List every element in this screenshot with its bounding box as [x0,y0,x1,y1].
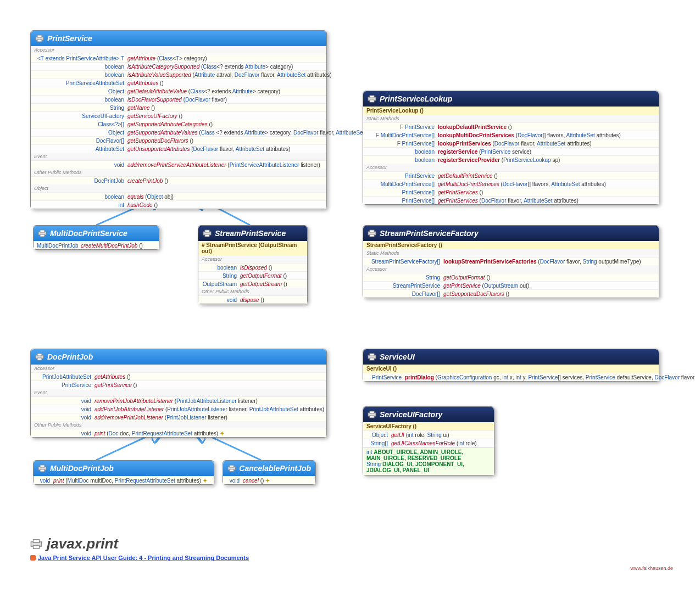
method-row[interactable]: DocPrintJob createPrintJob () [31,176,326,184]
method-row[interactable]: String getOutputFormat () [363,273,659,281]
method-row[interactable]: boolean equals (Object obj) [31,192,326,200]
class-title: ServiceUIFactory [380,410,442,419]
method-row[interactable]: PrintService[] getPrintServices (DocFlav… [363,196,659,204]
svg-rect-14 [370,234,374,237]
method-row[interactable]: PrintServiceAttributeSet getAttributes (… [31,79,326,87]
multidocprintjob-header[interactable]: MultiDocPrintJob [34,461,214,476]
credit[interactable]: www.falkhausen.de [630,565,673,571]
svg-rect-25 [370,354,374,356]
method-row[interactable]: DocFlavor[] getSupportedDocFlavors () [31,136,326,144]
svg-rect-19 [40,465,45,467]
svg-rect-16 [37,354,42,356]
constructor: StreamPrintServiceFactory () [363,241,659,249]
method-row[interactable]: F PrintService[] lookupPrintServices (Do… [363,139,659,147]
diagram: PrintService Accessor <T extends PrintSe… [11,11,684,605]
method-row[interactable]: void print (MultiDoc multiDoc, PrintRequ… [34,476,214,484]
printer-icon [35,353,44,361]
section-label: Accessor [363,164,659,171]
method-row[interactable]: boolean isAttributeCategorySupported (Cl… [31,62,326,70]
method-row[interactable]: <T extends PrintServiceAttribute> T getA… [31,54,326,62]
svg-rect-26 [370,358,374,360]
class-title: StreamPrintServiceFactory [380,229,479,238]
method-row[interactable]: void dispose () [198,295,307,304]
section: Static Methods StreamPrintServiceFactory… [363,249,659,298]
method-row[interactable]: String getName () [31,103,326,111]
constructor: # StreamPrintService (OutputStream out) [198,241,307,255]
method-row[interactable]: boolean registerServiceProvider (PrintSe… [363,155,659,164]
section: Accessor boolean isDisposed () String ge… [198,255,307,304]
svg-rect-11 [370,100,374,102]
printer-icon [368,411,376,418]
svg-rect-10 [370,96,374,98]
method-row[interactable]: PrintService[] getPrintServices () [363,188,659,196]
printer-icon [368,95,376,103]
svg-rect-31 [34,539,40,542]
method-row[interactable]: PrintService getPrintService () [31,380,326,389]
class-title: StreamPrintService [215,229,286,238]
multidocprintservice-box: MultiDocPrintService MultiDocPrintJob cr… [33,225,159,250]
method-row[interactable]: boolean isDisposed () [198,263,307,271]
cancelableprintjob-box: CancelablePrintJob void cancel () ✦ [223,460,316,485]
section-label: Static Methods [363,115,659,122]
method-row[interactable]: Class<?>[] getSupportedAttributeCategori… [31,120,326,128]
method-row[interactable]: OutputStream getOutputStream () [198,279,307,288]
method-row[interactable]: boolean registerService (PrintService se… [363,147,659,155]
method-row[interactable]: void add/removePrintJobListener (PrintJo… [31,413,326,421]
link-icon [30,555,36,561]
multidocprintservice-header[interactable]: MultiDocPrintService [34,226,159,241]
method-row[interactable]: StreamPrintService getPrintService (Outp… [363,281,659,289]
serviceuifactory-header[interactable]: ServiceUIFactory [363,407,494,422]
rows: void cancel () ✦ [223,476,315,484]
method-row[interactable]: F MultiDocPrintService[] lookupMultiDocP… [363,131,659,139]
method-row[interactable]: void cancel () ✦ [223,476,315,484]
docprintjob-box: DocPrintJob Accessor PrintJobAttributeSe… [30,349,327,438]
package-name: javax.print [47,535,118,552]
class-title: PrintService [47,34,92,43]
svg-rect-32 [34,545,40,548]
method-row[interactable]: void addPrintJobAttributeListener (Print… [31,405,326,413]
multidocprintjob-box: MultiDocPrintJob void print (MultiDoc mu… [33,460,214,485]
svg-rect-23 [230,469,234,472]
cancelableprintjob-header[interactable]: CancelablePrintJob [223,461,315,476]
printer-icon [38,464,47,472]
method-row[interactable]: Object getSupportedAttributeValues (Clas… [31,128,326,136]
printservicelookup-header[interactable]: PrintServiceLookup [363,91,659,107]
method-row[interactable]: PrintService printDialog (GraphicsConfig… [363,373,659,381]
method-row[interactable]: DocFlavor[] getSupportedDocFlavors () [363,289,659,298]
serviceui-header[interactable]: ServiceUI [363,349,659,365]
section-label: Accessor [31,365,326,372]
method-row[interactable]: MultiDocPrintService[] getMultiDocPrintS… [363,180,659,188]
printservice-header[interactable]: PrintService [31,31,326,46]
method-row[interactable]: boolean isDocFlavorSupported (DocFlavor … [31,95,326,103]
section-label: Accessor [31,46,326,54]
streamprintservicefactory-header[interactable]: StreamPrintServiceFactory [363,226,659,241]
method-row[interactable]: ServiceUIFactory getServiceUIFactory () [31,111,326,120]
doc-link[interactable]: Java Print Service API User Guide: 4 - P… [30,555,249,561]
method-row[interactable]: boolean isAttributeValueSupported (Attri… [31,70,326,79]
method-row[interactable]: Object getUI (int role, String ui) [363,430,494,439]
method-row[interactable]: void add/removePrintServiceAttributeList… [31,160,326,169]
method-row[interactable]: void print (Doc doc, PrintRequestAttribu… [31,429,326,437]
method-row[interactable]: StreamPrintServiceFactory[] lookupStream… [363,257,659,265]
section-label: Other Public Methods [198,288,307,295]
link-text: Java Print Service API User Guide: 4 - P… [38,555,249,561]
method-row[interactable]: Object getDefaultAttributeValue (Class<?… [31,87,326,95]
package-title: javax.print [30,535,118,552]
svg-rect-13 [370,230,374,232]
docprintjob-header[interactable]: DocPrintJob [31,349,326,365]
streamprintservice-header[interactable]: StreamPrintService [198,226,307,241]
printer-icon [368,353,376,361]
svg-rect-17 [37,358,42,360]
method-row[interactable]: MultiDocPrintJob createMultiDocPrintJob … [34,241,159,249]
method-row[interactable]: F PrintService lookupDefaultPrintService… [363,122,659,131]
method-row[interactable]: int hashCode () [31,200,326,209]
method-row[interactable]: void removePrintJobAttributeListener (Pr… [31,396,326,405]
printer-icon [227,464,236,472]
streamprintservice-box: StreamPrintService # StreamPrintService … [198,225,308,304]
method-row[interactable]: String getOutputFormat () [198,271,307,279]
method-row[interactable]: PrintJobAttributeSet getAttributes () [31,372,326,380]
method-row[interactable]: AttributeSet getUnsupportedAttributes (D… [31,144,326,153]
rows: MultiDocPrintJob createMultiDocPrintJob … [34,241,159,249]
method-row[interactable]: String[] getUIClassNamesForRole (int rol… [363,439,494,447]
method-row[interactable]: PrintService getDefaultPrintService () [363,171,659,180]
